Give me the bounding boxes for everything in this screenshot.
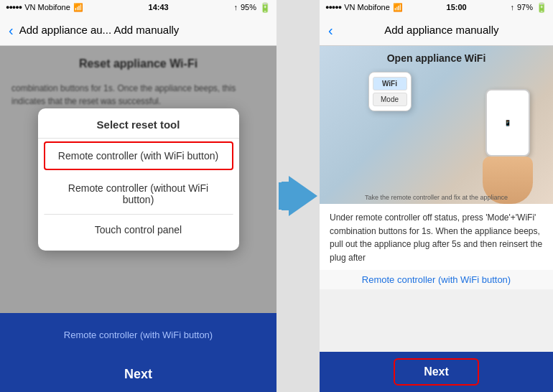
phone-graphic: 📱 [485, 89, 530, 157]
left-screen: ●●●●● VN Mobifone 📶 14:43 ↑ 95% 🔋 ‹ Add … [0, 0, 276, 392]
instruction-text: Under remote controller off status, pres… [330, 211, 543, 264]
battery-right: 97% [517, 3, 533, 11]
modal-header: Select reset tool [38, 108, 239, 139]
phone-screen: 📱 [501, 117, 514, 129]
carrier-right: VN Mobifone [344, 3, 390, 11]
right-footer-bar: Next [320, 352, 553, 392]
option-touch-panel[interactable]: Touch control panel [44, 215, 233, 245]
modal-overlay: Select reset tool Remote controller (wit… [0, 46, 276, 313]
remote-graphic: WiFi Mode [368, 72, 412, 111]
battery-icon-right: 🔋 [536, 2, 547, 13]
time-left: 14:43 [149, 3, 169, 11]
right-status-right: ↑ 97% 🔋 [510, 2, 547, 13]
appliance-image-area: Open appliance WiFi WiFi Mode 📱 Take the… [320, 46, 553, 204]
right-footer-label: Remote controller (with WiFi button) [320, 270, 553, 289]
remote-wifi-button: WiFi [373, 77, 407, 90]
reset-tool-modal: Select reset tool Remote controller (wit… [38, 108, 239, 251]
option-remote-no-wifi[interactable]: Remote controller (without WiFi button) [44, 173, 233, 215]
image-title: Open appliance WiFi [387, 52, 486, 64]
battery-left: 95% [241, 3, 256, 11]
left-next-bar: Next [0, 356, 276, 392]
left-next-button[interactable]: Next [124, 367, 152, 382]
left-footer-label: Remote controller (with WiFi button) [64, 330, 213, 340]
remote-body: WiFi Mode [368, 72, 412, 111]
left-nav-title: Add appliance au... Add manually [19, 24, 268, 36]
right-back-button[interactable]: ‹ [328, 23, 333, 37]
left-status-bar: ●●●●● VN Mobifone 📶 14:43 ↑ 95% 🔋 [0, 0, 276, 14]
right-nav-title: Add appliance manually [339, 24, 544, 36]
hand-area: 📱 [475, 82, 540, 204]
right-next-button[interactable]: Next [394, 358, 479, 386]
instruction-area: Under remote controller off status, pres… [320, 204, 553, 270]
left-footer: Remote controller (with WiFi button) [0, 313, 276, 356]
image-caption: Take the remote controller and fix at th… [320, 194, 553, 201]
wifi-icon-left: 📶 [73, 3, 83, 12]
left-screen-content: Reset appliance Wi-Fi combination button… [0, 46, 276, 313]
right-status-bar: ●●●●● VN Mobifone 📶 15:00 ↑ 97% 🔋 [320, 0, 553, 14]
battery-icon-left: 🔋 [259, 2, 271, 13]
right-nav-bar: ‹ Add appliance manually [320, 14, 553, 46]
left-status-right: ↑ 95% 🔋 [233, 2, 271, 13]
wifi-icon-right: 📶 [393, 3, 403, 12]
left-nav-bar: ‹ Add appliance au... Add manually [0, 14, 276, 46]
remote-mode-button: Mode [373, 93, 407, 106]
image-title-bar: Open appliance WiFi [320, 46, 553, 70]
signal-icon-right: ●●●●● [325, 4, 341, 11]
option-remote-wifi[interactable]: Remote controller (with WiFi button) [44, 141, 233, 170]
right-arrow [279, 176, 317, 216]
arrow-icon-right: ↑ [510, 3, 514, 11]
right-status-left: ●●●●● VN Mobifone 📶 [325, 3, 403, 12]
time-right: 15:00 [447, 3, 467, 11]
left-status-left: ●●●●● VN Mobifone 📶 [6, 3, 83, 12]
right-screen: ●●●●● VN Mobifone 📶 15:00 ↑ 97% 🔋 ‹ Add … [320, 0, 553, 392]
left-back-button[interactable]: ‹ [9, 23, 14, 37]
right-content: Open appliance WiFi WiFi Mode 📱 Take the… [320, 46, 553, 352]
arrow-head [289, 176, 317, 216]
arrow-icon-left: ↑ [233, 3, 238, 11]
arrow-connector [276, 0, 320, 392]
carrier-left: VN Mobifone [24, 3, 70, 11]
signal-icon: ●●●●● [6, 4, 22, 11]
